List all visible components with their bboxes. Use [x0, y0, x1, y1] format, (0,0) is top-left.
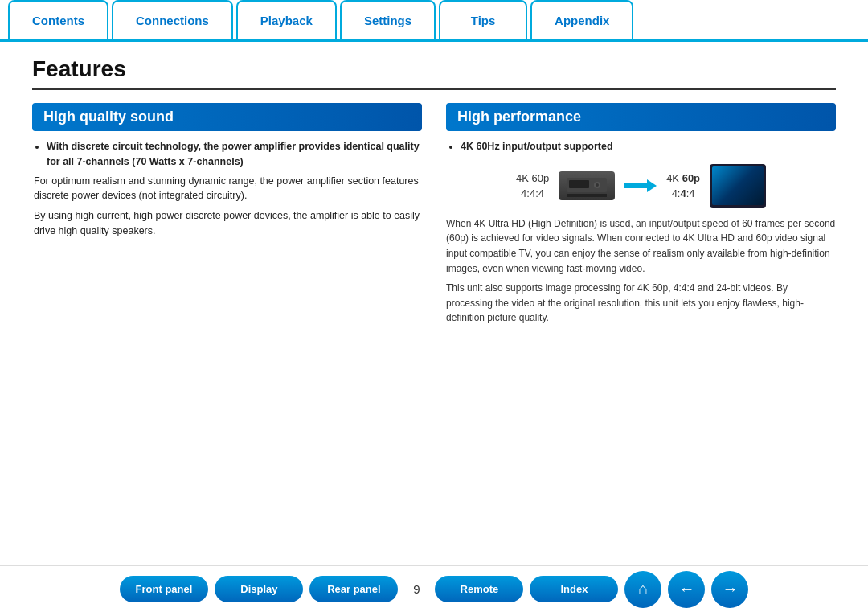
- svg-rect-1: [569, 180, 589, 188]
- right-bullet-bold: 4K 60Hz input/output supported: [461, 141, 613, 152]
- bottom-navigation: Front panel Display Rear panel 9 Remote …: [0, 565, 868, 612]
- top-navigation: Contents Connections Playback Settings T…: [0, 0, 868, 42]
- right-section-header: High performance: [446, 103, 836, 131]
- rear-panel-button[interactable]: Rear panel: [309, 576, 398, 602]
- 4k-diagram: 4K 60p 4:4:4: [446, 164, 836, 208]
- right-section: High performance 4K 60Hz input/output su…: [446, 103, 836, 326]
- tab-appendix[interactable]: Appendix: [530, 0, 633, 39]
- home-icon: ⌂: [638, 580, 648, 598]
- forward-button[interactable]: →: [711, 571, 748, 608]
- left-para1: For optimum realism and stunning dynamic…: [32, 174, 422, 204]
- dest-label-line2: 4:4:4: [666, 186, 700, 202]
- dest-label-line1: 4K 60p: [666, 170, 700, 187]
- page-title: Features: [32, 56, 836, 90]
- page-number: 9: [404, 582, 428, 596]
- right-section-body: 4K 60Hz input/output supported 4K 60p 4:…: [446, 139, 836, 326]
- left-section: High quality sound With discrete circuit…: [32, 103, 422, 326]
- arrow-icon: [624, 177, 657, 195]
- main-content: Features High quality sound With discret…: [0, 42, 868, 345]
- left-section-header: High quality sound: [32, 103, 422, 131]
- index-button[interactable]: Index: [530, 576, 618, 602]
- tab-contents[interactable]: Contents: [8, 0, 108, 39]
- left-bullet-bold: With discrete circuit technology, the po…: [47, 141, 420, 167]
- receiver-icon: [559, 171, 615, 200]
- remote-button[interactable]: Remote: [435, 576, 523, 602]
- tab-playback[interactable]: Playback: [236, 0, 337, 39]
- forward-icon: →: [722, 580, 738, 598]
- right-desc1: When 4K Ultra HD (High Definition) is us…: [446, 216, 836, 276]
- source-label-line2: 4:4:4: [516, 186, 549, 202]
- back-icon: ←: [678, 580, 694, 598]
- tab-settings[interactable]: Settings: [340, 0, 436, 39]
- svg-point-3: [596, 183, 599, 187]
- dest-label: 4K 60p 4:4:4: [666, 170, 700, 202]
- home-button[interactable]: ⌂: [624, 571, 661, 608]
- sections-row: High quality sound With discrete circuit…: [32, 103, 836, 326]
- tv-icon: [710, 164, 766, 208]
- source-label: 4K 60p 4:4:4: [516, 170, 549, 202]
- tab-tips[interactable]: Tips: [439, 0, 527, 39]
- tv-screen: [712, 166, 764, 205]
- svg-marker-4: [624, 179, 657, 192]
- left-section-body: With discrete circuit technology, the po…: [32, 139, 422, 239]
- source-label-line1: 4K 60p: [516, 170, 549, 187]
- back-button[interactable]: ←: [668, 571, 705, 608]
- left-para2: By using high current, high power discre…: [32, 208, 422, 239]
- display-button[interactable]: Display: [215, 576, 303, 602]
- front-panel-button[interactable]: Front panel: [120, 576, 209, 602]
- tab-connections[interactable]: Connections: [112, 0, 233, 39]
- right-desc2: This unit also supports image processing…: [446, 281, 836, 326]
